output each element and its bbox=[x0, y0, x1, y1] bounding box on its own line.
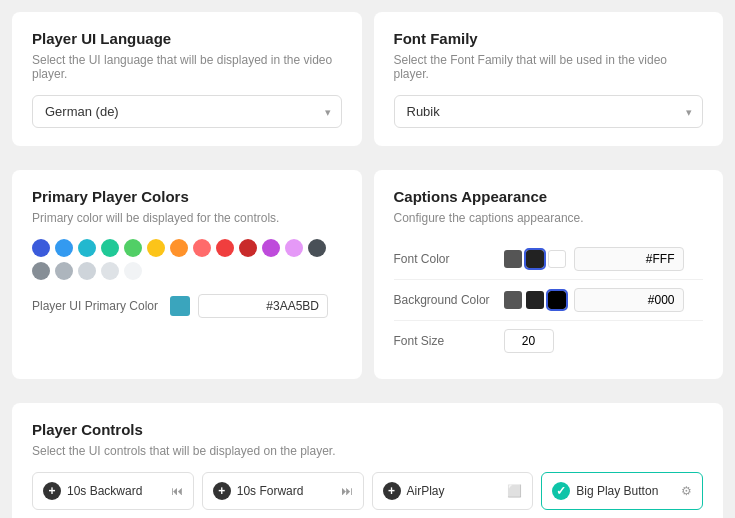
color-swatch[interactable] bbox=[124, 239, 142, 257]
language-chevron-icon: ▾ bbox=[325, 105, 331, 118]
control-item[interactable]: +10s Forward⏭ bbox=[202, 472, 364, 510]
player-controls-desc: Select the UI controls that will be disp… bbox=[32, 444, 703, 458]
language-selected-value: German (de) bbox=[45, 104, 119, 119]
language-title: Player UI Language bbox=[32, 30, 342, 47]
font-family-desc: Select the Font Family that will be used… bbox=[394, 53, 704, 81]
captions-title: Captions Appearance bbox=[394, 188, 704, 205]
bg-color-swatch[interactable] bbox=[548, 291, 566, 309]
bg-color-label: Background Color bbox=[394, 293, 504, 307]
control-action-icon[interactable]: ⏮ bbox=[171, 484, 183, 498]
check-icon: ✓ bbox=[552, 482, 570, 500]
color-swatch[interactable] bbox=[78, 262, 96, 280]
bg-color-swatch[interactable] bbox=[526, 291, 544, 309]
bg-color-input[interactable] bbox=[574, 288, 684, 312]
primary-color-input[interactable] bbox=[198, 294, 328, 318]
color-swatch[interactable] bbox=[285, 239, 303, 257]
primary-color-label: Player UI Primary Color bbox=[32, 299, 162, 313]
color-grid bbox=[32, 239, 342, 280]
control-name: AirPlay bbox=[407, 484, 445, 498]
color-swatch[interactable] bbox=[193, 239, 211, 257]
control-action-icon[interactable]: ⬜ bbox=[507, 484, 522, 498]
font-color-swatch[interactable] bbox=[504, 250, 522, 268]
control-name: 10s Backward bbox=[67, 484, 142, 498]
controls-grid: +10s Backward⏮+10s Forward⏭+AirPlay⬜✓Big… bbox=[32, 472, 703, 518]
primary-colors-desc: Primary color will be displayed for the … bbox=[32, 211, 342, 225]
color-swatch[interactable] bbox=[101, 239, 119, 257]
color-swatch[interactable] bbox=[32, 239, 50, 257]
plus-icon: + bbox=[213, 482, 231, 500]
color-swatch[interactable] bbox=[101, 262, 119, 280]
color-swatch[interactable] bbox=[239, 239, 257, 257]
font-color-swatches bbox=[504, 250, 566, 268]
control-item[interactable]: +AirPlay⬜ bbox=[372, 472, 534, 510]
control-name: 10s Forward bbox=[237, 484, 304, 498]
color-swatch[interactable] bbox=[147, 239, 165, 257]
color-swatch[interactable] bbox=[78, 239, 96, 257]
primary-color-preview bbox=[170, 296, 190, 316]
control-item[interactable]: +10s Backward⏮ bbox=[32, 472, 194, 510]
language-desc: Select the UI language that will be disp… bbox=[32, 53, 342, 81]
plus-icon: + bbox=[43, 482, 61, 500]
language-select[interactable]: German (de) ▾ bbox=[32, 95, 342, 128]
plus-icon: + bbox=[383, 482, 401, 500]
color-swatch[interactable] bbox=[32, 262, 50, 280]
bg-color-swatches bbox=[504, 291, 566, 309]
font-size-label: Font Size bbox=[394, 334, 504, 348]
control-action-icon[interactable]: ⚙ bbox=[681, 484, 692, 498]
color-swatch[interactable] bbox=[262, 239, 280, 257]
color-swatch[interactable] bbox=[55, 262, 73, 280]
primary-colors-title: Primary Player Colors bbox=[32, 188, 342, 205]
font-color-swatch[interactable] bbox=[548, 250, 566, 268]
control-item[interactable]: ✓Big Play Button⚙ bbox=[541, 472, 703, 510]
font-family-title: Font Family bbox=[394, 30, 704, 47]
captions-desc: Configure the captions appearance. bbox=[394, 211, 704, 225]
control-name: Big Play Button bbox=[576, 484, 658, 498]
font-family-chevron-icon: ▾ bbox=[686, 105, 692, 118]
color-swatch[interactable] bbox=[308, 239, 326, 257]
color-swatch[interactable] bbox=[170, 239, 188, 257]
color-swatch[interactable] bbox=[55, 239, 73, 257]
font-family-selected-value: Rubik bbox=[407, 104, 440, 119]
font-color-swatch[interactable] bbox=[526, 250, 544, 268]
player-controls-title: Player Controls bbox=[32, 421, 703, 438]
color-swatch[interactable] bbox=[216, 239, 234, 257]
font-size-input[interactable] bbox=[504, 329, 554, 353]
font-family-select[interactable]: Rubik ▾ bbox=[394, 95, 704, 128]
color-swatch[interactable] bbox=[124, 262, 142, 280]
bg-color-swatch[interactable] bbox=[504, 291, 522, 309]
font-color-input[interactable] bbox=[574, 247, 684, 271]
control-action-icon[interactable]: ⏭ bbox=[341, 484, 353, 498]
font-color-label: Font Color bbox=[394, 252, 504, 266]
